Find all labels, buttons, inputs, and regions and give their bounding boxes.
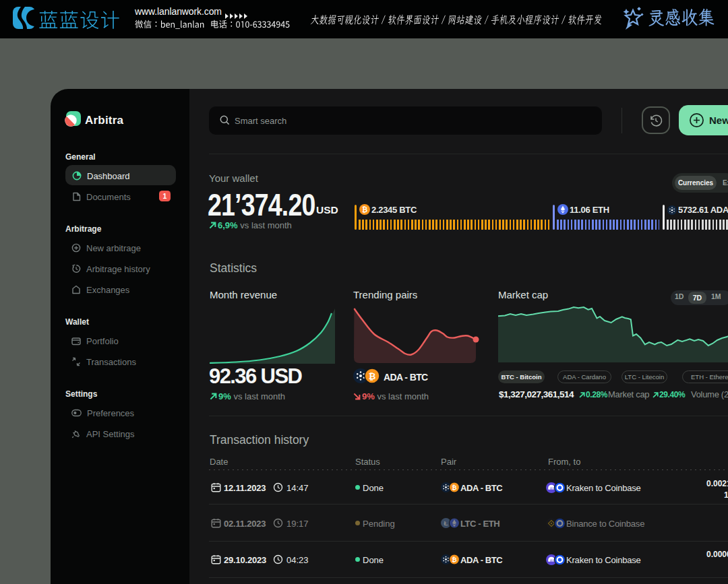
svg-text:₿: ₿ [452,556,456,563]
svg-text:₿: ₿ [362,206,367,214]
svg-text:Ł: Ł [444,519,448,527]
svg-text:₿: ₿ [452,484,456,491]
svg-text:₿: ₿ [369,371,376,381]
